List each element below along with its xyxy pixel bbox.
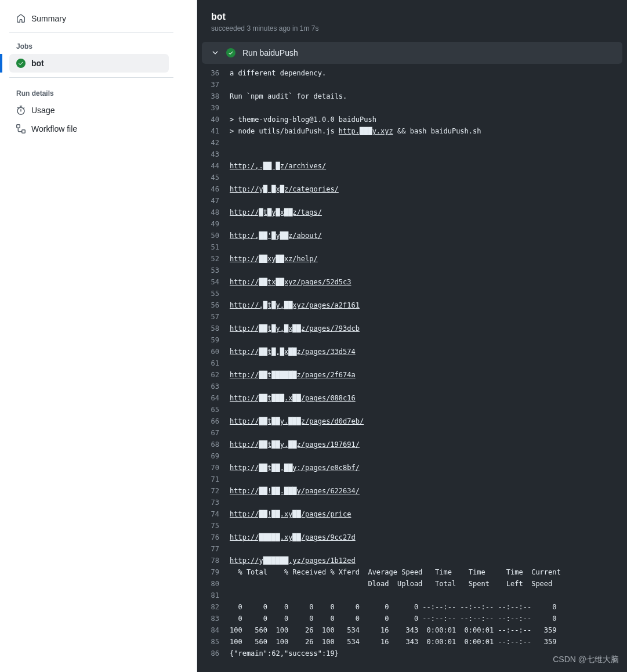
line-number: 55 xyxy=(197,288,230,299)
line-number: 57 xyxy=(197,311,230,323)
line-number: 78 xyxy=(197,555,230,566)
line-content: http://​██t██████z/pages/2f674a xyxy=(230,369,356,381)
line-content: http://​██!██.███y/pages/622634/ xyxy=(230,485,360,497)
line-number: 42 xyxy=(197,137,230,149)
log-url[interactable]: http://y██████.yz/pages/1b12ed xyxy=(230,557,356,565)
line-content: http://​█t█y█x██z/tags/ xyxy=(230,207,322,218)
line-content: 0 0 0 0 0 0 0 0 --:--:-- --:--:-- --:--:… xyxy=(230,613,557,624)
line-number: 43 xyxy=(197,149,230,160)
check-icon xyxy=(16,59,26,68)
log-url[interactable]: http://​██t███.x██/pages/088c16 xyxy=(230,394,356,402)
line-content: http://y​█ █x█z/categories/ xyxy=(230,183,339,195)
line-number: 80 xyxy=(197,578,230,590)
log-line: 71 xyxy=(197,474,627,485)
log-url[interactable]: http://y​█ █x█z/categories/ xyxy=(230,185,339,193)
line-content: {"remain":62,"success":19} xyxy=(230,648,339,659)
summary-nav[interactable]: Summary xyxy=(9,9,173,33)
usage-nav[interactable]: Usage xyxy=(9,101,197,120)
line-number: 41 xyxy=(197,125,230,137)
divider xyxy=(9,77,173,78)
log-url[interactable]: http://​█████.xy██/pages/9cc27d xyxy=(230,533,356,541)
line-number: 70 xyxy=(197,462,230,474)
line-number: 64 xyxy=(197,392,230,404)
log-line: 84100 560 100 26 100 534 16 343 0:00:01 … xyxy=(197,624,627,636)
line-content: 100 560 100 26 100 534 16 343 0:00:01 0:… xyxy=(230,636,557,648)
line-content: http://​██t█y,█x██z/pages/793dcb xyxy=(230,323,360,334)
log-url[interactable]: http://​██!██.xy██/pages/price xyxy=(230,510,351,518)
workflow-file-nav[interactable]: Workflow file xyxy=(9,120,197,138)
log-url[interactable]: http://​██t██y.██z/pages/197691/ xyxy=(230,440,360,449)
line-number: 40 xyxy=(197,114,230,125)
line-content: http:/,​██'█y██z/about/ xyxy=(230,230,322,241)
line-content: http://​██!██.xy██/pages/price xyxy=(230,508,351,520)
line-number: 56 xyxy=(197,299,230,311)
log-url[interactable]: http:/,​██'█y██z/about/ xyxy=(230,232,322,240)
log-line: 52http://​██xy██xz/help/ xyxy=(197,253,627,265)
log-line: 36a different dependency. xyxy=(197,67,627,79)
line-content: http://y██████.yz/pages/1b12ed xyxy=(230,555,356,566)
log-line: 44http:/,​.██ █z/archives/ xyxy=(197,160,627,172)
log-line: 67 xyxy=(197,427,627,439)
log-url[interactable]: http://​██t█y,█x██z/pages/793dcb xyxy=(230,324,360,333)
log-url[interactable]: http://​██tx██xyz/pages/52d5c3 xyxy=(230,278,351,286)
workflow-icon xyxy=(16,124,26,133)
sidebar: Summary Jobs bot Run details Usage Workf… xyxy=(0,0,197,672)
log-url[interactable]: http://​██t██.██y:/pages/e0c8bf/ xyxy=(230,464,360,472)
log-url[interactable]: http.​███​y.xyz xyxy=(339,127,393,135)
log-line: 73 xyxy=(197,497,627,508)
line-number: 81 xyxy=(197,590,230,601)
line-number: 85 xyxy=(197,636,230,648)
log-line: 54http://​██tx██xyz/pages/52d5c3 xyxy=(197,276,627,288)
status-text: succeeded 3 minutes ago in 1m 7s xyxy=(211,24,613,32)
log-line: 50http:/,​██'█y██z/about/ xyxy=(197,230,627,241)
log-line: 70http://​██t██.██y:/pages/e0c8bf/ xyxy=(197,462,627,474)
log-line: 64http://​██t███.x██/pages/088c16 xyxy=(197,392,627,404)
log-url[interactable]: http://​██t██████z/pages/2f674a xyxy=(230,371,356,379)
workflow-file-label: Workflow file xyxy=(31,124,77,133)
main-header: bot succeeded 3 minutes ago in 1m 7s xyxy=(197,0,627,42)
log-line: 46http://y​█ █x█z/categories/ xyxy=(197,183,627,195)
chevron-down-icon[interactable] xyxy=(211,49,219,57)
line-content: http://​██t█,█x██z/pages/33d574 xyxy=(230,346,356,357)
log-url[interactable]: http://​██t██y.███z/pages/d0d7eb/ xyxy=(230,417,364,425)
line-content: 0 0 0 0 0 0 0 0 --:--:-- --:--:-- --:--:… xyxy=(230,601,557,613)
log-line: 57 xyxy=(197,311,627,323)
log-output[interactable]: 36a different dependency.3738Run `npm au… xyxy=(197,65,627,672)
summary-label: Summary xyxy=(31,14,66,23)
log-line: 47 xyxy=(197,195,627,207)
line-content: http:/,​.██ █z/archives/ xyxy=(230,160,326,172)
line-number: 36 xyxy=(197,67,230,79)
log-line: 42 xyxy=(197,137,627,149)
line-number: 76 xyxy=(197,532,230,543)
log-line: 76http://​█████.xy██/pages/9cc27d xyxy=(197,532,627,543)
line-number: 62 xyxy=(197,369,230,381)
line-number: 50 xyxy=(197,230,230,241)
usage-label: Usage xyxy=(31,106,55,115)
log-line: 43 xyxy=(197,149,627,160)
line-content: http://,​█t█y,██xyz/pages/a2f161 xyxy=(230,299,360,311)
log-line: 85100 560 100 26 100 534 16 343 0:00:01 … xyxy=(197,636,627,648)
job-item-bot[interactable]: bot xyxy=(9,54,169,73)
log-line: 41> node utils/baiduPush.js http.​███​y.… xyxy=(197,125,627,137)
step-header[interactable]: Run baiduPush xyxy=(202,42,622,64)
line-content: > theme-vdoing-blog@1.0.0 baiduPush xyxy=(230,114,376,125)
log-line: 48http://​█t█y█x██z/tags/ xyxy=(197,207,627,218)
line-content: http://​██xy██xz/help/ xyxy=(230,253,318,265)
line-number: 58 xyxy=(197,323,230,334)
log-url[interactable]: http:/,​.██ █z/archives/ xyxy=(230,162,326,170)
line-number: 61 xyxy=(197,357,230,369)
line-number: 86 xyxy=(197,648,230,659)
log-url[interactable]: http://​██!██.███y/pages/622634/ xyxy=(230,487,360,495)
log-url[interactable]: http://​██t█,█x██z/pages/33d574 xyxy=(230,348,356,356)
line-number: 77 xyxy=(197,543,230,555)
stopwatch-icon xyxy=(16,106,26,115)
log-url[interactable]: http://​█t█y█x██z/tags/ xyxy=(230,208,322,216)
log-line: 81 xyxy=(197,590,627,601)
log-line: 83 0 0 0 0 0 0 0 0 --:--:-- --:--:-- --:… xyxy=(197,613,627,624)
log-line: 56http://,​█t█y,██xyz/pages/a2f161 xyxy=(197,299,627,311)
log-url[interactable]: http://​██xy██xz/help/ xyxy=(230,255,318,263)
log-url[interactable]: http://,​█t█y,██xyz/pages/a2f161 xyxy=(230,301,360,309)
log-line: 40> theme-vdoing-blog@1.0.0 baiduPush xyxy=(197,114,627,125)
line-number: 69 xyxy=(197,450,230,462)
line-number: 48 xyxy=(197,207,230,218)
